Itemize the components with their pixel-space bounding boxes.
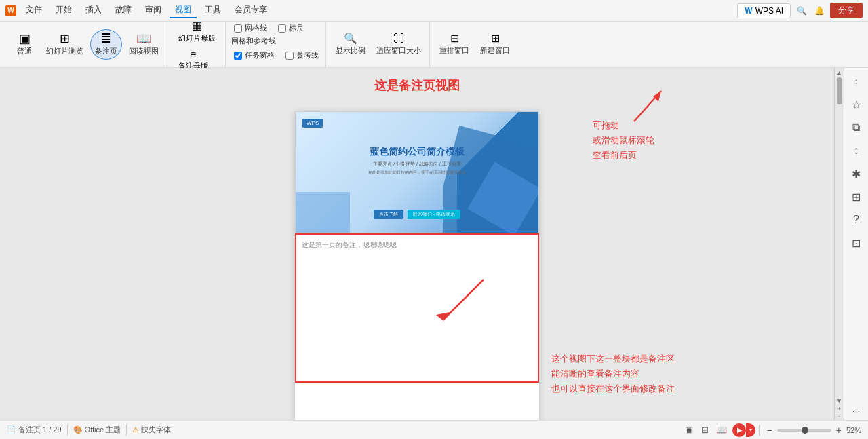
menu-vip[interactable]: 会员专享 xyxy=(229,3,273,18)
theme-icon: 🎨 xyxy=(73,425,83,434)
grid-lines-checkbox[interactable]: 网格线 xyxy=(231,22,270,35)
slide-thumbnail: WPS 蓝色简约公司简介模板 主要亮点 / 业务优势 / 战略方向 / 工作分享… xyxy=(295,111,539,233)
status-grid-view-icon[interactable]: ⊞ xyxy=(698,423,712,437)
theme-text: Office 主题 xyxy=(85,425,121,435)
status-divider1 xyxy=(67,425,68,436)
master-group: ▦ 幻灯片母版 ≡ 备注母版 xyxy=(169,22,226,67)
sidebar-effects-icon[interactable]: ✱ xyxy=(847,164,866,183)
sidebar-copy-icon[interactable]: ⧉ xyxy=(847,118,866,137)
view-group: ▣ 普通 ⊞ 幻灯片浏览 ≣ 备注页 📖 阅读视图 xyxy=(5,22,167,67)
zoom-out-button[interactable]: − xyxy=(764,425,775,436)
slide-master-button[interactable]: ▦ 幻灯片母版 xyxy=(173,16,221,46)
share-button[interactable]: 分享 xyxy=(830,3,863,18)
slide-master-label: 幻灯片母版 xyxy=(178,33,216,43)
status-normal-view-icon[interactable]: ▣ xyxy=(682,423,696,437)
slide-sorter-button[interactable]: ⊞ 幻灯片浏览 xyxy=(42,30,87,59)
play-dropdown-button[interactable]: ▾ xyxy=(746,423,755,437)
zoom-ratio-button[interactable]: 🔍 显示比例 xyxy=(332,31,370,58)
task-pane-input[interactable] xyxy=(234,52,242,60)
slide-sorter-icon: ⊞ xyxy=(60,33,70,45)
notes-hint-text: 这是第一页的备注，嗯嗯嗯嗯嗯 xyxy=(302,240,532,250)
notes-annotation: 这个视图下这一整块都是备注区 能清晰的查看备注内容 也可以直接在这个界面修改备注 xyxy=(551,351,675,396)
sidebar-help-icon[interactable]: ? xyxy=(847,210,866,229)
menu-file[interactable]: 文件 xyxy=(20,3,47,18)
slide-page-container: WPS 蓝色简约公司简介模板 主要亮点 / 业务优势 / 战略方向 / 工作分享… xyxy=(295,104,539,420)
title-menu: 文件 开始 插入 故障 审阅 视图 工具 会员专享 xyxy=(20,3,273,18)
search-button[interactable]: 🔍 xyxy=(795,4,808,18)
title-right: W WPS AI 🔍 🔔 分享 xyxy=(737,3,863,18)
grid-section-label: 网格和参考线 xyxy=(231,36,276,46)
zoom-ratio-icon: 🔍 xyxy=(344,33,357,44)
notification-icon[interactable]: 🔔 xyxy=(812,4,826,18)
slide-subtitle: 主要亮点 / 业务优势 / 战略方向 / 工作分享 xyxy=(373,161,461,168)
play-button[interactable]: ▶ xyxy=(732,423,746,437)
slide-btn2: 联系我们 - 电话联系 xyxy=(408,210,460,219)
slide-page: WPS 蓝色简约公司简介模板 主要亮点 / 业务优势 / 战略方向 / 工作分享… xyxy=(295,111,539,420)
guides-checkbox[interactable]: 参考线 xyxy=(283,49,321,62)
scroll-thumb[interactable] xyxy=(837,77,842,104)
guides-input[interactable] xyxy=(285,52,294,60)
drag-arrow-svg xyxy=(627,84,668,125)
font-warning-item[interactable]: ⚠ 缺失字体 xyxy=(132,425,171,435)
grid-lines-input[interactable] xyxy=(234,24,242,33)
notes-page-button[interactable]: ≣ 备注页 xyxy=(90,29,122,60)
notes-area[interactable]: 这是第一页的备注，嗯嗯嗯嗯嗯 xyxy=(295,233,539,383)
ruler-input[interactable] xyxy=(278,24,286,33)
slide-sorter-label: 幻灯片浏览 xyxy=(46,46,83,56)
show-group: 网格线 标尺 网格和参考线 任务窗格 参考线 xyxy=(227,22,326,67)
main-area: 这是备注页视图 WPS xyxy=(0,68,868,420)
font-warning-icon: ⚠ xyxy=(132,425,139,434)
arrange-windows-button[interactable]: ⊟ 重排窗口 xyxy=(435,31,473,58)
normal-label: 普通 xyxy=(17,46,32,56)
view-icons-group: ▣ ⊞ 📖 xyxy=(682,423,728,437)
slide-master-icon: ▦ xyxy=(192,19,202,32)
reading-view-button[interactable]: 📖 阅读视图 xyxy=(125,30,163,59)
grid-lines-label: 网格线 xyxy=(245,23,267,33)
sidebar-translate-icon[interactable]: ↕ xyxy=(847,141,866,160)
wps-ai-button[interactable]: W WPS AI xyxy=(737,3,791,18)
notes-page-icon-status: 📄 xyxy=(7,425,16,434)
task-pane-checkbox[interactable]: 任务窗格 xyxy=(231,49,277,62)
sidebar-grid-icon[interactable]: ⊞ xyxy=(847,187,866,206)
ruler-checkbox[interactable]: 标尺 xyxy=(275,22,307,35)
sidebar-more-button[interactable]: ··· xyxy=(852,405,861,416)
menu-review[interactable]: 故障 xyxy=(110,3,137,18)
sidebar-collapse-icon[interactable]: ↕ xyxy=(847,72,866,91)
status-divider2 xyxy=(126,425,127,436)
notes-annotation-line3: 也可以直接在这个界面修改备注 xyxy=(551,381,675,396)
normal-view-button[interactable]: ▣ 普通 xyxy=(9,30,39,59)
vertical-scrollbar[interactable]: ▲ ▼ + - xyxy=(834,68,844,420)
zoom-level-text[interactable]: 52% xyxy=(846,426,861,434)
slide-diagonal2-deco xyxy=(296,192,350,233)
scroll-page-down-button[interactable]: - xyxy=(836,412,843,419)
menu-start[interactable]: 开始 xyxy=(50,3,77,18)
title-bar-left: W 文件 开始 插入 故障 审阅 视图 工具 会员专享 xyxy=(5,3,273,18)
status-divider3 xyxy=(760,425,760,436)
content-area[interactable]: 这是备注页视图 WPS xyxy=(0,68,834,420)
toolbar: ▣ 普通 ⊞ 幻灯片浏览 ≣ 备注页 📖 阅读视图 ▦ 幻灯片母版 xyxy=(0,22,868,68)
drag-annotation-line2: 或滑动鼠标滚轮 xyxy=(593,133,654,148)
arrange-label: 重排窗口 xyxy=(439,45,469,56)
sidebar-star-icon[interactable]: ☆ xyxy=(847,95,866,114)
master-wrap: ▦ 幻灯片母版 ≡ 备注母版 xyxy=(173,16,221,73)
new-window-button[interactable]: ⊞ 新建窗口 xyxy=(476,31,514,58)
slide-master-row: ▦ 幻灯片母版 xyxy=(173,16,221,46)
scroll-up-button[interactable]: ▲ xyxy=(836,69,843,76)
content-with-scroll: 这是备注页视图 WPS xyxy=(0,68,844,420)
show-bottom-row: 任务窗格 参考线 xyxy=(231,49,321,62)
zoom-slider[interactable] xyxy=(777,429,831,432)
scroll-page-up-button[interactable]: + xyxy=(836,405,843,412)
menu-insert[interactable]: 插入 xyxy=(80,3,107,18)
right-sidebar: ↕ ☆ ⧉ ↕ ✱ ⊞ ? ⊡ ··· xyxy=(844,68,868,420)
sidebar-settings-icon[interactable]: ⊡ xyxy=(847,233,866,252)
status-reading-view-icon[interactable]: 📖 xyxy=(715,423,728,437)
new-window-icon: ⊞ xyxy=(491,33,500,44)
arrange-icon: ⊟ xyxy=(450,33,459,44)
show-top-row: 网格线 标尺 xyxy=(231,22,307,35)
scroll-down-button[interactable]: ▼ xyxy=(836,397,843,404)
menu-review2[interactable]: 审阅 xyxy=(140,3,167,18)
fit-window-button[interactable]: ⛶ 适应窗口大小 xyxy=(372,31,425,58)
task-pane-label: 任务窗格 xyxy=(245,50,275,60)
page-info-text: 备注页 1 / 29 xyxy=(18,425,62,435)
zoom-in-button[interactable]: + xyxy=(833,425,844,436)
